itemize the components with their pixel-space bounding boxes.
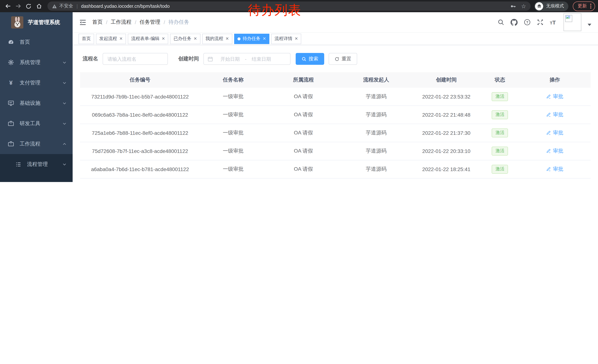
- briefcase-icon: [8, 141, 14, 147]
- workflow-submenu: 流程管理 任务管理 我的流程: [0, 154, 73, 182]
- process-name-input[interactable]: [103, 53, 168, 65]
- sidebar-item-home[interactable]: 首页: [0, 32, 73, 52]
- status-badge: 激活: [492, 92, 508, 101]
- tab[interactable]: 流程详情 ✕: [271, 33, 301, 44]
- task-name-cell: 一级审批: [200, 93, 266, 100]
- gauge-icon: [8, 39, 14, 45]
- menu-dots-icon: [590, 4, 591, 8]
- process-name-label: 流程名: [83, 56, 98, 62]
- tab[interactable]: 流程表单-编辑 ✕: [128, 33, 168, 44]
- end-date-input[interactable]: [247, 56, 275, 62]
- starter-cell: 芋道源码: [341, 129, 412, 136]
- search-button[interactable]: 搜索: [296, 53, 324, 65]
- browser-forward-button[interactable]: [13, 1, 23, 11]
- app-logo-row[interactable]: 芋道管理系统: [0, 12, 73, 32]
- table-row: 73211d9d-7b9b-11ec-b5b7-acde48001122 一级审…: [80, 88, 590, 106]
- avatar-dropdown-caret[interactable]: [588, 24, 591, 26]
- fullscreen-icon[interactable]: [537, 19, 544, 25]
- sidebar: 芋道管理系统 首页 系统管理 ¥ 支付管理: [0, 12, 73, 182]
- filter-bar: 流程名 创建时间 - 搜索: [83, 53, 590, 65]
- font-size-icon[interactable]: TT: [550, 19, 556, 25]
- bookmark-star-icon[interactable]: ☆: [521, 3, 526, 9]
- screen: 待办列表 不安全 | dashboard.yudao.iocoder.cn/bp…: [0, 0, 598, 182]
- status-badge: 激活: [492, 165, 508, 174]
- tree-list-icon: [15, 161, 22, 167]
- breadcrumb-home[interactable]: 首页: [92, 19, 103, 25]
- sidebar-item-devtools[interactable]: 研发工具: [0, 113, 73, 134]
- chevron-down-icon: [62, 121, 67, 126]
- app-logo: [11, 16, 23, 29]
- close-icon[interactable]: ✕: [295, 37, 298, 41]
- url-text: dashboard.yudao.iocoder.cn/bpm/task/todo: [81, 4, 170, 9]
- status-badge: 激活: [492, 110, 508, 119]
- approve-link[interactable]: 审批: [546, 112, 563, 118]
- date-range-picker[interactable]: -: [203, 53, 291, 65]
- search-icon[interactable]: [498, 19, 504, 25]
- task-id-cell: 725a1eb6-7b88-11ec-8ef0-acde48001122: [80, 130, 200, 136]
- approve-link[interactable]: 审批: [546, 129, 563, 136]
- starter-cell: 芋道源码: [341, 112, 412, 118]
- starter-cell: 芋道源码: [341, 93, 412, 100]
- not-secure-warning-icon: [52, 4, 57, 9]
- incognito-badge: 无痕模式: [534, 1, 568, 11]
- password-key-icon[interactable]: [510, 3, 516, 9]
- gear-icon: [8, 59, 14, 65]
- table-row: 069c6a63-7b8a-11ec-8ef0-acde48001122 一级审…: [80, 106, 590, 124]
- close-icon[interactable]: ✕: [263, 37, 266, 41]
- close-icon[interactable]: ✕: [194, 37, 197, 41]
- browser-back-button[interactable]: [3, 1, 13, 11]
- process-cell: OA 请假: [266, 129, 341, 136]
- content: 流程名 创建时间 - 搜索: [73, 45, 598, 182]
- edit-pen-icon: [546, 130, 551, 135]
- breadcrumb-task-mgmt[interactable]: 任务管理: [140, 19, 160, 25]
- process-cell: OA 请假: [266, 93, 341, 100]
- created-cell: 2022-01-22 20:33:10: [412, 148, 481, 154]
- table-row: 725a1eb6-7b88-11ec-8ef0-acde48001122 一级审…: [80, 124, 590, 142]
- breadcrumb: 首页 / 工作流程 / 任务管理 / 待办任务: [92, 19, 189, 25]
- sidebar-item-workflow[interactable]: 工作流程: [0, 134, 73, 154]
- incognito-label: 无痕模式: [546, 3, 564, 9]
- sidebar-item-process-mgmt[interactable]: 流程管理: [0, 154, 73, 174]
- chevron-down-icon: [62, 60, 67, 65]
- browser-reload-button[interactable]: [24, 1, 33, 11]
- tab[interactable]: 已办任务 ✕: [170, 33, 200, 44]
- breadcrumb-workflow[interactable]: 工作流程: [111, 19, 132, 25]
- starter-cell: 芋道源码: [341, 148, 412, 154]
- close-icon[interactable]: ✕: [119, 37, 123, 41]
- reset-button[interactable]: 重置: [329, 53, 357, 65]
- task-id-cell: a6aba0a4-7b6d-11ec-b781-acde48001122: [80, 166, 200, 172]
- sidebar-collapse-icon[interactable]: [79, 19, 86, 26]
- browser-home-button[interactable]: [34, 1, 44, 11]
- start-date-input[interactable]: [216, 56, 244, 62]
- approve-link[interactable]: 审批: [546, 93, 563, 100]
- browser-update-menu[interactable]: 更新: [573, 1, 595, 11]
- avatar[interactable]: [564, 13, 581, 31]
- status-badge: 激活: [492, 129, 508, 138]
- approve-link[interactable]: 审批: [546, 166, 563, 173]
- sidebar-item-payment[interactable]: ¥ 支付管理: [0, 73, 73, 93]
- close-icon[interactable]: ✕: [225, 37, 229, 41]
- process-cell: OA 请假: [266, 112, 341, 118]
- chevron-down-icon: [62, 81, 67, 85]
- table-row: 75d72608-7b7f-11ec-a3c8-acde48001122 一级审…: [80, 142, 590, 160]
- created-cell: 2022-01-22 18:25:41: [412, 166, 481, 172]
- sidebar-item-infra[interactable]: 基础设施: [0, 93, 73, 113]
- tab[interactable]: 我的流程 ✕: [202, 33, 232, 44]
- tab[interactable]: 待办任务 ✕: [234, 33, 269, 44]
- update-label: 更新: [578, 3, 587, 9]
- approve-link[interactable]: 审批: [546, 148, 563, 154]
- table-body: 73211d9d-7b9b-11ec-b5b7-acde48001122 一级审…: [80, 88, 590, 182]
- sidebar-item-task-mgmt[interactable]: 任务管理: [0, 174, 73, 182]
- sidebar-item-system[interactable]: 系统管理: [0, 52, 73, 73]
- flow-icon: [15, 181, 22, 182]
- tabs-bar: 首页 发起流程 ✕ 流程表单-编辑 ✕ 已办任务 ✕ 我的流程 ✕ 待办任务 ✕…: [73, 32, 598, 45]
- help-icon[interactable]: ?: [524, 19, 531, 25]
- github-icon[interactable]: [511, 19, 518, 26]
- top-navbar: 首页 / 工作流程 / 任务管理 / 待办任务 ?: [73, 12, 598, 32]
- tab[interactable]: 发起流程 ✕: [96, 33, 126, 44]
- task-name-cell: 一级审批: [200, 129, 266, 136]
- tab[interactable]: 首页: [79, 33, 94, 44]
- chevron-down-icon: [62, 101, 67, 105]
- monitor-icon: [8, 100, 14, 106]
- close-icon[interactable]: ✕: [162, 37, 165, 41]
